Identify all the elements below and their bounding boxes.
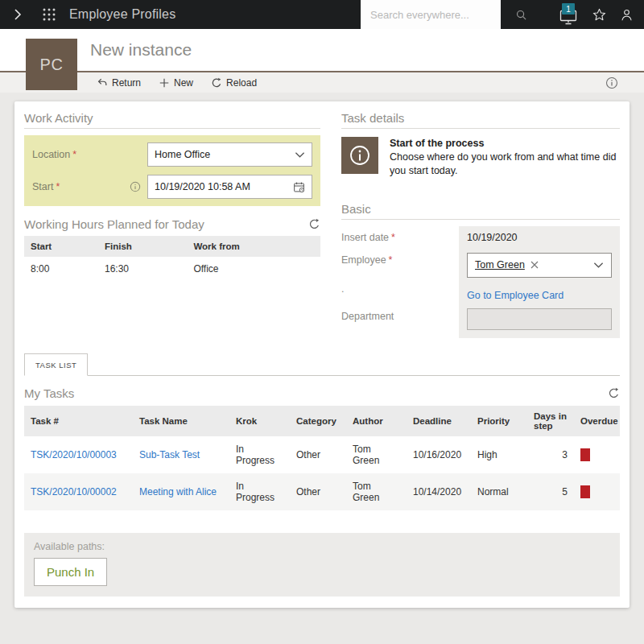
search-icon[interactable] (515, 9, 527, 21)
return-label: Return (112, 77, 141, 89)
punch-in-button[interactable]: Punch In (34, 558, 107, 586)
user-profile-icon[interactable] (619, 7, 634, 23)
step-description: Choose where do you work from and what t… (390, 151, 620, 178)
task-krok: In Progress (229, 436, 290, 473)
page-title: New instance (90, 40, 192, 60)
form-card: Work Activity Location* Home Office (14, 101, 630, 608)
toolbar: Return New Reload (0, 72, 644, 93)
task-id-link[interactable]: TSK/2020/10/00003 (31, 449, 117, 460)
col-task-id: Task # (24, 406, 133, 436)
work-activity-fields: Location* Home Office Start* (24, 135, 320, 206)
location-label: Location* (32, 149, 147, 160)
reload-button[interactable]: Reload (211, 77, 257, 89)
working-hours-title: Working Hours Planned for Today (24, 217, 204, 231)
task-details-section: Task details Start of the process Choose… (341, 111, 620, 338)
chevron-down-icon[interactable] (593, 262, 604, 269)
go-to-employee-card-link[interactable]: Go to Employee Card (467, 290, 564, 301)
calendar-clock-icon[interactable] (293, 181, 305, 193)
process-avatar: PC (26, 39, 77, 90)
overdue-indicator (580, 448, 590, 461)
task-category: Other (290, 473, 346, 510)
employee-picker[interactable]: Tom Green (467, 253, 612, 278)
my-tasks-title: My Tasks (24, 386, 74, 400)
task-category: Other (290, 436, 346, 473)
working-hours-header: Working Hours Planned for Today (24, 217, 320, 231)
col-krok: Krok (229, 406, 290, 436)
favorites-star-icon[interactable] (592, 7, 607, 23)
wh-col-start: Start (24, 236, 98, 257)
required-asterisk: * (391, 232, 395, 243)
task-name-link[interactable]: Meeting with Alice (139, 486, 217, 497)
location-value: Home Office (155, 149, 210, 160)
step-info-icon (341, 137, 378, 174)
available-paths-label: Available paths: (34, 541, 610, 552)
tab-task-list[interactable]: TASK LIST (24, 353, 88, 376)
page-header: PC New instance (0, 29, 644, 71)
my-tasks-header: My Tasks (24, 386, 620, 400)
return-button[interactable]: Return (97, 77, 141, 89)
task-deadline: 10/14/2020 (407, 473, 471, 510)
task-row: TSK/2020/10/00003 Sub-Task Test In Progr… (24, 436, 620, 473)
insert-date-value: 10/19/2020 (467, 226, 612, 249)
task-author: Tom Green (346, 473, 407, 510)
start-field-row: Start* 10/19/2020 10:58 AM (32, 175, 312, 199)
topbar-icons: 1 (559, 0, 634, 29)
col-deadline: Deadline (407, 406, 471, 436)
wh-start: 8:00 (24, 257, 98, 281)
refresh-icon[interactable] (308, 218, 320, 230)
col-category: Category (290, 406, 346, 436)
start-label: Start* (32, 181, 130, 192)
tab-strip: TASK LIST (24, 353, 620, 376)
notifications-button[interactable]: 1 (559, 4, 580, 25)
undo-icon (97, 77, 108, 89)
location-select[interactable]: Home Office (147, 142, 312, 167)
work-activity-title: Work Activity (24, 111, 320, 129)
new-label: New (174, 77, 193, 89)
employee-chip[interactable]: Tom Green (475, 259, 525, 270)
remove-employee-icon[interactable] (530, 261, 539, 269)
app-title: Employee Profiles (69, 7, 175, 22)
work-activity-section: Work Activity Location* Home Office (24, 111, 320, 338)
expand-sidebar-icon[interactable] (11, 8, 24, 21)
start-datetime-input[interactable]: 10/19/2020 10:58 AM (147, 175, 312, 199)
working-hours-row: 8:00 16:30 Office (24, 257, 320, 281)
step-info-text: Start of the process Choose where do you… (390, 137, 620, 178)
wh-workfrom: Office (187, 257, 320, 281)
overdue-indicator (580, 485, 590, 498)
task-days: 5 (527, 473, 574, 510)
department-input[interactable] (467, 308, 612, 330)
wh-finish: 16:30 (98, 257, 187, 281)
task-days: 3 (527, 436, 574, 473)
task-deadline: 10/16/2020 (407, 436, 471, 473)
task-priority: Normal (471, 473, 527, 510)
insert-date-label: Insert date* (341, 226, 459, 243)
wh-col-finish: Finish (98, 236, 187, 257)
refresh-icon[interactable] (608, 387, 620, 399)
reload-icon (211, 77, 222, 89)
required-asterisk: * (56, 181, 60, 192)
available-paths: Available paths: Punch In (24, 533, 620, 597)
col-priority: Priority (471, 406, 527, 436)
col-author: Author (346, 406, 407, 436)
required-asterisk: * (389, 254, 393, 266)
app-grid-icon[interactable] (42, 7, 56, 22)
new-button[interactable]: New (159, 77, 193, 89)
reload-label: Reload (226, 77, 257, 89)
task-row: TSK/2020/10/00002 Meeting with Alice In … (24, 473, 620, 510)
search-box[interactable] (361, 0, 501, 29)
employee-link-row: . Go to Employee Card (341, 278, 620, 305)
field-info-icon[interactable] (130, 181, 141, 192)
employee-label: Employee* (341, 249, 459, 266)
department-label: Department (341, 305, 459, 322)
notification-count-badge: 1 (562, 3, 575, 14)
col-days-in-step: Days in step (527, 406, 574, 436)
topbar: Employee Profiles 1 (0, 0, 644, 29)
task-id-link[interactable]: TSK/2020/10/00002 (31, 486, 117, 497)
search-input[interactable] (361, 9, 515, 21)
step-title: Start of the process (390, 137, 620, 151)
info-button[interactable] (605, 76, 618, 89)
task-name-link[interactable]: Sub-Task Test (139, 449, 200, 460)
chevron-down-icon[interactable] (295, 151, 305, 159)
task-krok: In Progress (229, 473, 290, 510)
department-row: Department (341, 305, 620, 338)
